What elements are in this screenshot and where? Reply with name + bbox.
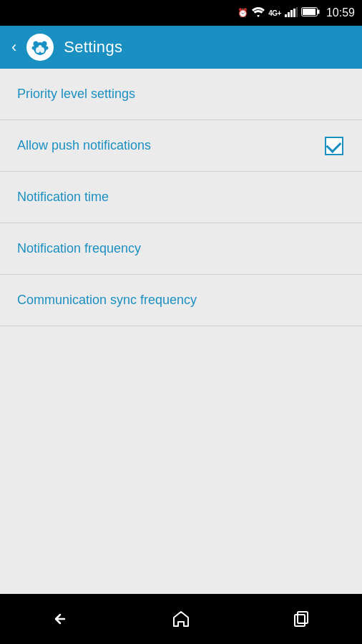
clock-icon: ⏰ xyxy=(238,8,248,18)
page-title: Settings xyxy=(64,38,122,57)
svg-rect-2 xyxy=(290,10,293,17)
push-notifications-checkbox-container[interactable] xyxy=(323,135,345,157)
svg-point-12 xyxy=(45,47,49,50)
nav-recent-button[interactable] xyxy=(280,601,323,637)
notification-frequency-label: Notification frequency xyxy=(17,241,141,256)
network-icon: 4G+ xyxy=(268,9,281,17)
time-display: 10:59 xyxy=(326,6,355,19)
settings-item-priority[interactable]: Priority level settings xyxy=(0,69,362,120)
svg-rect-6 xyxy=(303,9,315,15)
svg-point-9 xyxy=(34,42,39,47)
svg-rect-7 xyxy=(318,10,320,14)
nav-back-button[interactable] xyxy=(39,601,82,637)
settings-content: Priority level settings Allow push notif… xyxy=(0,69,362,594)
push-notifications-label: Allow push notifications xyxy=(17,138,151,153)
svg-rect-3 xyxy=(293,9,295,17)
settings-item-notification-time[interactable]: Notification time xyxy=(0,172,362,223)
priority-level-label: Priority level settings xyxy=(17,87,135,102)
nav-home-button[interactable] xyxy=(160,601,202,637)
settings-item-notification-frequency[interactable]: Notification frequency xyxy=(0,223,362,275)
svg-rect-0 xyxy=(285,14,287,17)
battery-icon xyxy=(301,7,320,19)
status-bar: ⏰ 4G+ xyxy=(0,0,362,26)
back-button[interactable]: ‹ xyxy=(11,38,16,57)
notification-time-label: Notification time xyxy=(17,190,109,205)
app-logo xyxy=(26,34,54,61)
signal-icon xyxy=(285,7,298,19)
svg-rect-1 xyxy=(288,12,290,17)
wifi-icon xyxy=(252,7,265,19)
svg-point-15 xyxy=(39,45,42,49)
settings-item-communication-sync[interactable]: Communication sync frequency xyxy=(0,275,362,326)
status-icons: ⏰ 4G+ xyxy=(238,6,355,19)
push-notifications-checkbox[interactable] xyxy=(325,137,343,155)
svg-point-11 xyxy=(32,47,36,50)
svg-rect-16 xyxy=(295,615,305,626)
settings-item-push-notifications[interactable]: Allow push notifications xyxy=(0,120,362,172)
navigation-bar xyxy=(0,594,362,644)
communication-sync-label: Communication sync frequency xyxy=(17,293,197,308)
svg-rect-17 xyxy=(298,612,308,623)
app-header: ‹ Settings xyxy=(0,26,362,69)
settings-list: Priority level settings Allow push notif… xyxy=(0,69,362,594)
svg-point-10 xyxy=(42,42,47,47)
svg-rect-4 xyxy=(296,7,298,17)
